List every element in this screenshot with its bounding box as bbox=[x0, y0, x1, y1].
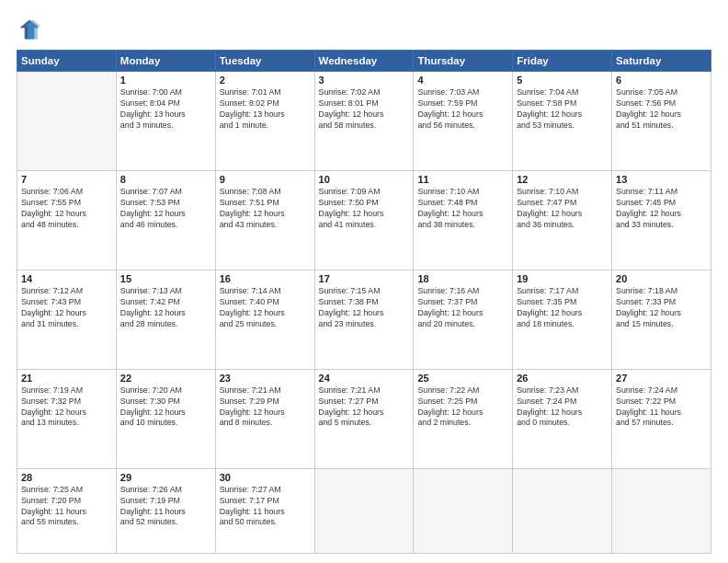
week-row-2: 7Sunrise: 7:06 AMSunset: 7:55 PMDaylight… bbox=[17, 170, 711, 270]
day-info: Sunrise: 7:11 AMSunset: 7:45 PMDaylight:… bbox=[616, 187, 707, 231]
day-info: Sunrise: 7:05 AMSunset: 7:56 PMDaylight:… bbox=[616, 87, 707, 132]
day-number: 3 bbox=[319, 75, 410, 86]
calendar-cell: 14Sunrise: 7:12 AMSunset: 7:43 PMDayligh… bbox=[17, 270, 117, 369]
day-number: 27 bbox=[616, 373, 707, 384]
week-row-1: 1Sunrise: 7:00 AMSunset: 8:04 PMDaylight… bbox=[17, 72, 711, 171]
day-info: Sunrise: 7:21 AMSunset: 7:29 PMDaylight:… bbox=[220, 385, 311, 430]
day-info: Sunrise: 7:00 AMSunset: 8:04 PMDaylight:… bbox=[120, 87, 211, 132]
day-number: 13 bbox=[616, 174, 707, 185]
calendar-cell: 3Sunrise: 7:02 AMSunset: 8:01 PMDaylight… bbox=[314, 72, 414, 171]
column-header-friday: Friday bbox=[513, 51, 612, 72]
calendar-cell bbox=[414, 468, 513, 553]
column-header-thursday: Thursday bbox=[414, 51, 513, 72]
day-number: 17 bbox=[319, 273, 410, 284]
calendar-cell bbox=[612, 468, 711, 553]
day-number: 24 bbox=[319, 373, 410, 384]
day-info: Sunrise: 7:12 AMSunset: 7:43 PMDaylight:… bbox=[21, 286, 112, 330]
day-number: 11 bbox=[417, 174, 508, 185]
calendar-cell: 5Sunrise: 7:04 AMSunset: 7:58 PMDaylight… bbox=[513, 72, 612, 171]
calendar-cell: 16Sunrise: 7:14 AMSunset: 7:40 PMDayligh… bbox=[215, 270, 314, 369]
day-info: Sunrise: 7:20 AMSunset: 7:30 PMDaylight:… bbox=[120, 385, 211, 430]
day-info: Sunrise: 7:09 AMSunset: 7:50 PMDaylight:… bbox=[319, 187, 410, 231]
day-number: 28 bbox=[21, 472, 112, 483]
calendar-cell bbox=[513, 468, 612, 553]
calendar-cell: 1Sunrise: 7:00 AMSunset: 8:04 PMDaylight… bbox=[116, 72, 215, 171]
calendar-cell: 17Sunrise: 7:15 AMSunset: 7:38 PMDayligh… bbox=[314, 270, 414, 369]
calendar-cell: 9Sunrise: 7:08 AMSunset: 7:51 PMDaylight… bbox=[215, 170, 314, 270]
day-number: 6 bbox=[616, 75, 707, 86]
day-info: Sunrise: 7:27 AMSunset: 7:17 PMDaylight:… bbox=[220, 485, 311, 529]
calendar-cell: 28Sunrise: 7:25 AMSunset: 7:20 PMDayligh… bbox=[17, 468, 117, 553]
calendar-cell: 25Sunrise: 7:22 AMSunset: 7:25 PMDayligh… bbox=[414, 369, 513, 468]
day-number: 12 bbox=[517, 174, 608, 185]
day-info: Sunrise: 7:13 AMSunset: 7:42 PMDaylight:… bbox=[120, 286, 211, 330]
day-number: 21 bbox=[21, 373, 112, 384]
calendar-table: SundayMondayTuesdayWednesdayThursdayFrid… bbox=[17, 50, 711, 554]
header bbox=[17, 17, 711, 42]
week-row-5: 28Sunrise: 7:25 AMSunset: 7:20 PMDayligh… bbox=[17, 468, 711, 553]
logo-icon bbox=[17, 17, 42, 42]
day-info: Sunrise: 7:25 AMSunset: 7:20 PMDaylight:… bbox=[21, 485, 112, 529]
day-number: 7 bbox=[21, 174, 112, 185]
day-number: 9 bbox=[220, 174, 311, 185]
day-number: 25 bbox=[417, 373, 508, 384]
day-info: Sunrise: 7:03 AMSunset: 7:59 PMDaylight:… bbox=[417, 87, 508, 132]
day-info: Sunrise: 7:10 AMSunset: 7:47 PMDaylight:… bbox=[517, 187, 608, 231]
calendar-cell: 18Sunrise: 7:16 AMSunset: 7:37 PMDayligh… bbox=[414, 270, 513, 369]
calendar-cell: 19Sunrise: 7:17 AMSunset: 7:35 PMDayligh… bbox=[513, 270, 612, 369]
calendar-cell bbox=[314, 468, 414, 553]
calendar-cell: 21Sunrise: 7:19 AMSunset: 7:32 PMDayligh… bbox=[17, 369, 117, 468]
day-info: Sunrise: 7:15 AMSunset: 7:38 PMDaylight:… bbox=[319, 286, 410, 330]
column-header-saturday: Saturday bbox=[612, 51, 711, 72]
day-number: 1 bbox=[120, 75, 211, 86]
day-info: Sunrise: 7:08 AMSunset: 7:51 PMDaylight:… bbox=[220, 187, 311, 231]
logo bbox=[17, 17, 46, 42]
day-info: Sunrise: 7:07 AMSunset: 7:53 PMDaylight:… bbox=[120, 187, 211, 231]
calendar-cell: 23Sunrise: 7:21 AMSunset: 7:29 PMDayligh… bbox=[215, 369, 314, 468]
calendar-cell: 4Sunrise: 7:03 AMSunset: 7:59 PMDaylight… bbox=[414, 72, 513, 171]
day-info: Sunrise: 7:24 AMSunset: 7:22 PMDaylight:… bbox=[616, 385, 707, 430]
day-info: Sunrise: 7:14 AMSunset: 7:40 PMDaylight:… bbox=[220, 286, 311, 330]
column-header-monday: Monday bbox=[116, 51, 215, 72]
calendar-cell: 22Sunrise: 7:20 AMSunset: 7:30 PMDayligh… bbox=[116, 369, 215, 468]
calendar-cell: 29Sunrise: 7:26 AMSunset: 7:19 PMDayligh… bbox=[116, 468, 215, 553]
day-info: Sunrise: 7:18 AMSunset: 7:33 PMDaylight:… bbox=[616, 286, 707, 330]
calendar-cell: 27Sunrise: 7:24 AMSunset: 7:22 PMDayligh… bbox=[612, 369, 711, 468]
calendar-header-row: SundayMondayTuesdayWednesdayThursdayFrid… bbox=[17, 51, 711, 72]
column-header-sunday: Sunday bbox=[17, 51, 117, 72]
calendar-cell: 13Sunrise: 7:11 AMSunset: 7:45 PMDayligh… bbox=[612, 170, 711, 270]
week-row-4: 21Sunrise: 7:19 AMSunset: 7:32 PMDayligh… bbox=[17, 369, 711, 468]
day-info: Sunrise: 7:04 AMSunset: 7:58 PMDaylight:… bbox=[517, 87, 608, 132]
day-info: Sunrise: 7:26 AMSunset: 7:19 PMDaylight:… bbox=[120, 485, 211, 529]
day-number: 22 bbox=[120, 373, 211, 384]
day-info: Sunrise: 7:22 AMSunset: 7:25 PMDaylight:… bbox=[417, 385, 508, 430]
day-info: Sunrise: 7:10 AMSunset: 7:48 PMDaylight:… bbox=[417, 187, 508, 231]
day-info: Sunrise: 7:06 AMSunset: 7:55 PMDaylight:… bbox=[21, 187, 112, 231]
calendar-cell bbox=[17, 72, 117, 171]
day-number: 26 bbox=[517, 373, 608, 384]
day-info: Sunrise: 7:21 AMSunset: 7:27 PMDaylight:… bbox=[319, 385, 410, 430]
calendar-cell: 2Sunrise: 7:01 AMSunset: 8:02 PMDaylight… bbox=[215, 72, 314, 171]
day-number: 18 bbox=[417, 273, 508, 284]
calendar-cell: 26Sunrise: 7:23 AMSunset: 7:24 PMDayligh… bbox=[513, 369, 612, 468]
calendar-cell: 6Sunrise: 7:05 AMSunset: 7:56 PMDaylight… bbox=[612, 72, 711, 171]
day-number: 16 bbox=[220, 273, 311, 284]
day-info: Sunrise: 7:16 AMSunset: 7:37 PMDaylight:… bbox=[417, 286, 508, 330]
day-info: Sunrise: 7:23 AMSunset: 7:24 PMDaylight:… bbox=[517, 385, 608, 430]
day-number: 10 bbox=[319, 174, 410, 185]
day-number: 30 bbox=[220, 472, 311, 483]
column-header-tuesday: Tuesday bbox=[215, 51, 314, 72]
calendar-cell: 11Sunrise: 7:10 AMSunset: 7:48 PMDayligh… bbox=[414, 170, 513, 270]
calendar-cell: 15Sunrise: 7:13 AMSunset: 7:42 PMDayligh… bbox=[116, 270, 215, 369]
day-number: 19 bbox=[517, 273, 608, 284]
calendar-cell: 10Sunrise: 7:09 AMSunset: 7:50 PMDayligh… bbox=[314, 170, 414, 270]
day-info: Sunrise: 7:19 AMSunset: 7:32 PMDaylight:… bbox=[21, 385, 112, 430]
day-info: Sunrise: 7:01 AMSunset: 8:02 PMDaylight:… bbox=[220, 87, 311, 132]
calendar-cell: 12Sunrise: 7:10 AMSunset: 7:47 PMDayligh… bbox=[513, 170, 612, 270]
day-number: 5 bbox=[517, 75, 608, 86]
day-number: 23 bbox=[220, 373, 311, 384]
calendar-cell: 24Sunrise: 7:21 AMSunset: 7:27 PMDayligh… bbox=[314, 369, 414, 468]
calendar-cell: 30Sunrise: 7:27 AMSunset: 7:17 PMDayligh… bbox=[215, 468, 314, 553]
day-number: 4 bbox=[417, 75, 508, 86]
day-number: 14 bbox=[21, 273, 112, 284]
